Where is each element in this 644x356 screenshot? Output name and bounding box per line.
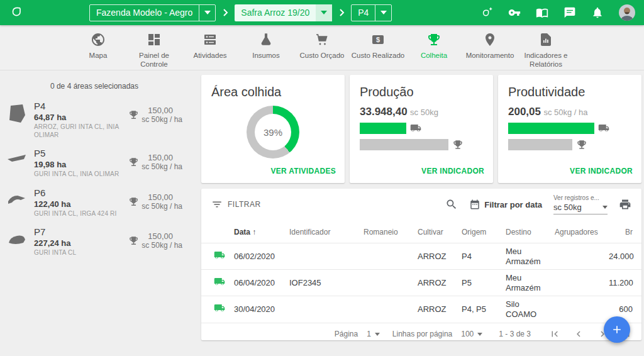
user-avatar[interactable] — [619, 4, 635, 21]
area-item-p5[interactable]: P5 19,98 ha GURI INTA CL, INIA OLIMAR 15… — [6, 148, 200, 179]
trophy-icon — [128, 157, 139, 167]
area-item-p6[interactable]: P6 122,40 ha GURI INTA CL, IRGA 424 RI 1… — [6, 187, 200, 218]
column-header-origem[interactable]: Origem — [459, 220, 503, 243]
column-header-data[interactable]: Data ↑ — [231, 220, 287, 243]
productivity-unit: sc 50kg / ha — [543, 108, 587, 117]
tab-atividades[interactable]: Atividades — [182, 32, 238, 60]
plot-selector-caret[interactable] — [375, 5, 391, 21]
truck-icon — [214, 303, 225, 314]
key-icon[interactable] — [508, 6, 521, 19]
production-value: 33.948,40 — [360, 106, 408, 118]
season-selector[interactable]: Safra Arroz 19/20 — [235, 4, 332, 21]
top-bar: Fazenda Modelo - Aegro Safra Arroz 19/20… — [0, 0, 644, 25]
map-pin-icon — [482, 32, 497, 47]
column-header-agrupadores[interactable]: Agrupadores — [552, 220, 606, 243]
plot-selector-value: P4 — [352, 8, 375, 18]
cell-romaneio — [361, 243, 415, 270]
table-header-row: Data ↑ Identificador Romaneio Cultivar O… — [201, 220, 641, 243]
tab-label: Atividades — [182, 52, 238, 60]
notifications-bell-icon[interactable] — [591, 6, 604, 19]
areas-selected-counter: 0 de 4 áreas selecionadas — [6, 82, 182, 91]
add-record-fab[interactable] — [604, 316, 630, 343]
season-selector-caret[interactable] — [316, 4, 332, 21]
filter-by-date-button[interactable]: Filtrar por data — [469, 199, 542, 210]
first-page-icon — [549, 328, 560, 340]
table-pagination: Página 1 Linhas por página 100 1 - 3 de … — [201, 323, 641, 345]
chevron-down-icon — [204, 11, 211, 14]
chevron-down-icon — [477, 333, 482, 336]
area-item-p7[interactable]: P7 227,24 ha GURI INTA CL 150,00sc 50kg … — [6, 226, 200, 257]
truck-icon — [410, 123, 421, 134]
column-header-cultivar[interactable]: Cultivar — [415, 220, 459, 243]
rows-per-page-select[interactable]: 100 — [461, 330, 482, 338]
tab-painel-de-controle[interactable]: Painel de Controle — [126, 32, 182, 69]
chevron-down-icon — [380, 11, 387, 14]
cell-identificador: IOF2345 — [287, 270, 361, 296]
tab-monitoramento[interactable]: Monitoramento — [462, 32, 518, 60]
area-goal: 150,00sc 50kg / ha — [128, 153, 182, 171]
tab-custo-realizado[interactable]: $ Custo Realizado — [350, 32, 406, 60]
card-produtividade: Produtividade 200,05 sc 50kg / ha VER IN… — [498, 75, 641, 183]
harvest-records-table-card: FILTRAR Filtrar por data Ver registros e… — [201, 189, 641, 340]
tab-label: Mapa — [70, 52, 126, 60]
tab-label: Painel de Controle — [126, 52, 182, 69]
cell-identificador — [287, 243, 361, 270]
column-header-bruto[interactable]: Br — [606, 220, 641, 243]
table-row[interactable]: 30/04/2020 ARROZ P4, P5 Silo COAMO 600 — [201, 296, 641, 323]
column-header-destino[interactable]: Destino — [503, 220, 552, 243]
goal-unit: sc 50kg / ha — [139, 202, 182, 211]
tab-colheita[interactable]: Colheita — [406, 32, 462, 60]
plot-selector[interactable]: P4 — [351, 4, 392, 21]
tab-mapa[interactable]: Mapa — [70, 32, 126, 60]
unit-select[interactable]: Ver registros e... sc 50kg — [553, 194, 608, 214]
filter-label: FILTRAR — [228, 200, 261, 209]
tab-insumos[interactable]: Insumos — [238, 32, 294, 60]
table-row[interactable]: 06/04/2020 IOF2345 ARROZ P5 Meu Armazém … — [201, 270, 641, 296]
invite-user-icon[interactable] — [480, 6, 493, 19]
farm-selector-value: Fazenda Modelo - Aegro — [90, 8, 199, 18]
tab-indicadores-relatorios[interactable]: Indicadores e Relatórios — [518, 32, 574, 69]
aegro-logo-icon[interactable] — [9, 3, 25, 22]
topbar-actions — [480, 4, 635, 21]
area-item-p4[interactable]: P4 64,87 ha ARROZ, GURI INTA CL, INIA OL… — [6, 101, 200, 139]
farm-selector-caret[interactable] — [199, 5, 215, 21]
cell-bruto: 11.200 — [606, 270, 641, 296]
goal-bar — [360, 139, 448, 150]
cell-origem: P5 — [459, 270, 503, 296]
tab-custo-orcado[interactable]: Custo Orçado — [294, 32, 350, 60]
column-header-identificador[interactable]: Identificador — [287, 220, 361, 243]
farm-selector[interactable]: Fazenda Modelo - Aegro — [89, 4, 216, 21]
sort-ascending-icon: ↑ — [252, 228, 256, 236]
ver-indicador-link[interactable]: VER INDICADOR — [570, 167, 633, 175]
previous-page-button[interactable] — [570, 326, 587, 342]
report-icon — [538, 32, 553, 47]
area-goal: 150,00sc 50kg / ha — [128, 106, 182, 124]
area-name: P5 — [34, 148, 122, 159]
area-goal: 150,00sc 50kg / ha — [128, 192, 182, 211]
page-select[interactable]: 1 — [367, 330, 380, 338]
production-unit: sc 50kg — [410, 108, 438, 117]
ver-indicador-link[interactable]: VER INDICADOR — [421, 167, 484, 175]
column-header-romaneio[interactable]: Romaneio — [361, 220, 415, 243]
harvested-bar — [360, 123, 406, 134]
tab-label: Colheita — [406, 52, 462, 60]
filter-button[interactable]: FILTRAR — [211, 199, 261, 210]
first-page-button[interactable] — [546, 326, 564, 342]
tab-label: Custo Orçado — [294, 52, 350, 60]
print-button[interactable] — [619, 198, 631, 211]
cell-cultivar: ARROZ — [415, 270, 459, 296]
area-varieties: ARROZ, GURI INTA CL, INIA OLIMAR — [34, 123, 122, 139]
harvested-area-donut-chart: 39% — [247, 106, 299, 159]
book-icon[interactable] — [536, 6, 548, 19]
cart-icon — [314, 32, 330, 47]
chat-icon[interactable] — [564, 6, 576, 19]
table-row[interactable]: 06/02/2020 ARROZ P4 Meu Armazém 24.000 — [201, 243, 641, 270]
area-size: 122,40 ha — [34, 199, 122, 209]
search-button[interactable] — [445, 198, 458, 211]
trophy-icon — [128, 109, 139, 120]
ver-atividades-link[interactable]: VER ATIVIDADES — [270, 167, 336, 175]
breadcrumb: Fazenda Modelo - Aegro Safra Arroz 19/20… — [89, 4, 392, 21]
table-toolbar: FILTRAR Filtrar por data Ver registros e… — [201, 189, 641, 220]
card-title: Área colhida — [211, 85, 335, 99]
harvest-records-table: Data ↑ Identificador Romaneio Cultivar O… — [201, 220, 641, 323]
